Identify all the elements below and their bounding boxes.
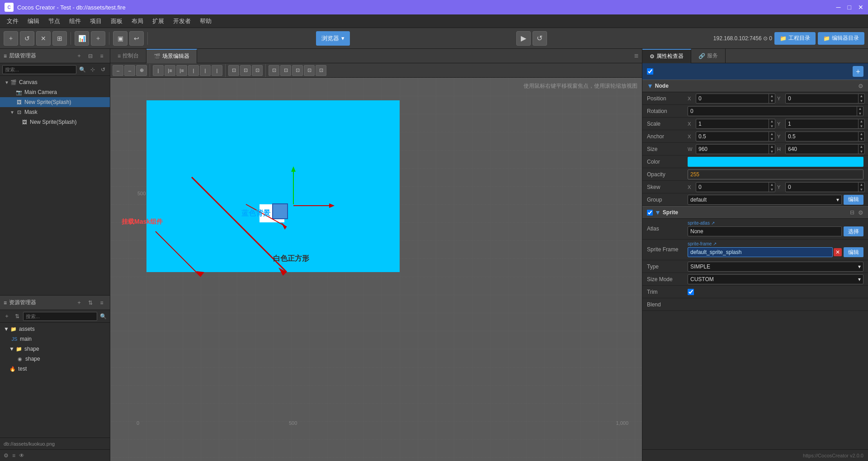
anchor-x-spinner[interactable]: ▲ ▼ — [769, 132, 775, 141]
scale-y-up[interactable]: ▲ — [859, 119, 864, 124]
atlas-link[interactable]: sprite-atlas ↗ — [688, 221, 842, 226]
menu-help[interactable]: 帮助 — [195, 14, 216, 28]
atlas-select-button[interactable]: 选择 — [844, 226, 863, 236]
skew-x-up[interactable]: ▲ — [769, 182, 775, 187]
scene-tool4[interactable]: | — [188, 65, 199, 76]
size-h-up[interactable]: ▲ — [859, 144, 864, 149]
browser-button[interactable]: 浏览器 ▾ — [316, 31, 350, 46]
sprite-section-gear[interactable]: ⚙ — [858, 209, 863, 216]
anchor-x-input[interactable]: ▲ ▼ — [696, 132, 775, 141]
hierarchy-refresh-icon[interactable]: ↺ — [99, 65, 108, 74]
scale-x-up[interactable]: ▲ — [769, 119, 775, 124]
menu-developer[interactable]: 开发者 — [169, 14, 195, 28]
scale-x-down[interactable]: ▼ — [769, 124, 775, 129]
rotate-button[interactable]: ↩ — [129, 31, 144, 46]
zoom-50-btn[interactable]: – — [124, 65, 135, 76]
hierarchy-settings-btn[interactable]: ⊟ — [86, 52, 95, 61]
anchor-x-field[interactable] — [696, 132, 769, 141]
scene-tool1[interactable]: | — [153, 65, 164, 76]
pos-x-down[interactable]: ▼ — [769, 99, 775, 103]
tree-item-newsprite-splash[interactable]: 🖼 New Sprite(Splash) — [0, 97, 110, 107]
scene-align4[interactable]: ⊡ — [269, 65, 279, 76]
anchor-y-down[interactable]: ▼ — [859, 136, 864, 141]
menu-component[interactable]: 组件 — [65, 14, 85, 28]
close-button[interactable]: ✕ — [858, 4, 863, 11]
skew-x-down[interactable]: ▼ — [769, 187, 775, 192]
hierarchy-filter-icon[interactable]: ⊹ — [88, 65, 97, 74]
scale-y-field[interactable] — [786, 119, 858, 128]
asset-item-assets[interactable]: ▼ 📁 assets — [0, 324, 110, 334]
type-dropdown[interactable]: SIMPLE ▾ — [688, 262, 863, 272]
sprite-frame-input[interactable]: default_sprite_splash — [688, 247, 833, 257]
scale-y-input[interactable]: ▲ ▼ — [785, 119, 865, 129]
node-section-gear[interactable]: ⚙ — [858, 83, 863, 89]
pos-x-spinner[interactable]: ▲ ▼ — [769, 94, 775, 103]
window-controls[interactable]: ─ □ ✕ — [836, 4, 863, 11]
pos-y-up[interactable]: ▲ — [859, 94, 864, 99]
minimize-button[interactable]: ─ — [836, 4, 841, 11]
color-swatch[interactable] — [688, 157, 863, 167]
hierarchy-search-input[interactable] — [2, 65, 76, 74]
sprite-frame-link[interactable]: sprite-frame ↗ — [688, 241, 842, 246]
size-w-field[interactable] — [696, 145, 769, 154]
sprite-active-checkbox[interactable] — [647, 210, 653, 216]
zoom-out-btn[interactable]: – — [113, 65, 123, 76]
menu-layout[interactable]: 布局 — [127, 14, 148, 28]
editor-dir-button[interactable]: 📁 编辑器目录 — [818, 32, 864, 45]
rot-down[interactable]: ▼ — [857, 111, 863, 116]
size-h-spinner[interactable]: ▲ ▼ — [858, 144, 864, 154]
assets-more-btn[interactable]: ≡ — [97, 298, 106, 307]
anchor-x-up[interactable]: ▲ — [769, 132, 775, 136]
node-toggle[interactable]: ▼ — [647, 82, 653, 89]
atlas-input[interactable]: None — [688, 226, 842, 236]
anchor-y-spinner[interactable]: ▲ ▼ — [858, 132, 864, 141]
redo-button[interactable]: ✕ — [36, 31, 51, 46]
anchor-y-input[interactable]: ▲ ▼ — [785, 132, 865, 141]
bottom-list-icon[interactable]: ≡ — [12, 452, 15, 459]
size-h-down[interactable]: ▼ — [859, 149, 864, 154]
anchor-x-down[interactable]: ▼ — [769, 136, 775, 141]
asset-item-test[interactable]: 🔥 test — [0, 364, 110, 374]
rect-button[interactable]: ▣ — [113, 31, 127, 46]
pos-y-field[interactable] — [786, 94, 858, 103]
position-x-input[interactable]: ▲ ▼ — [696, 94, 775, 103]
size-h-field[interactable] — [786, 145, 858, 154]
grid-button[interactable]: ⊞ — [52, 31, 67, 46]
assets-sort2-btn[interactable]: ⇅ — [13, 312, 22, 321]
scene-align2[interactable]: ⊡ — [240, 65, 251, 76]
asset-item-main[interactable]: JS main — [0, 334, 110, 344]
group-dropdown[interactable]: default ▾ — [688, 195, 842, 205]
tree-item-maincamera[interactable]: 📷 Main Camera — [0, 87, 110, 97]
scale-y-down[interactable]: ▼ — [859, 124, 864, 129]
project-dir-button[interactable]: 📁 工程目录 — [774, 32, 816, 45]
rot-up[interactable]: ▲ — [857, 106, 863, 111]
sprite-copy-icon[interactable]: ⊟ — [850, 209, 854, 216]
assets-add-btn[interactable]: ＋ — [75, 298, 84, 307]
sprite-frame-remove-button[interactable]: ✕ — [834, 248, 842, 256]
menu-extension[interactable]: 扩展 — [148, 14, 169, 28]
scene-tool3[interactable]: |≡ — [176, 65, 187, 76]
scene-area[interactable]: 使用鼠标右键平移视窗焦点，使用滚轮缩放视图 — [110, 78, 642, 461]
assets-sort-btn[interactable]: ⇅ — [86, 298, 95, 307]
assets-search-btn[interactable]: 🔍 — [99, 312, 108, 321]
tab-services[interactable]: 🔗 服务 — [691, 49, 726, 63]
tree-item-canvas[interactable]: ▼ 🎬 Canvas — [0, 77, 110, 87]
scene-align8[interactable]: ⊡ — [316, 65, 326, 76]
menu-file[interactable]: 文件 — [2, 14, 23, 28]
skew-y-field[interactable] — [786, 183, 858, 192]
skew-y-up[interactable]: ▲ — [859, 182, 864, 187]
hierarchy-add-btn[interactable]: ＋ — [75, 52, 84, 61]
play-button[interactable]: ▶ — [516, 31, 531, 46]
menu-project[interactable]: 项目 — [85, 14, 106, 28]
pos-y-spinner[interactable]: ▲ ▼ — [858, 94, 864, 103]
scene-tool6[interactable]: | — [212, 65, 222, 76]
undo-button[interactable]: ↺ — [20, 31, 34, 46]
scale-y-spinner[interactable]: ▲ ▼ — [858, 119, 864, 129]
refresh-button[interactable]: ↺ — [533, 31, 547, 46]
scene-tool5[interactable]: | — [200, 65, 211, 76]
skew-x-input[interactable]: ▲ ▼ — [696, 182, 775, 192]
assets-add2-btn[interactable]: ＋ — [2, 312, 11, 321]
scene-align3[interactable]: ⊡ — [252, 65, 263, 76]
tree-item-mask-sprite[interactable]: 🖼 New Sprite(Splash) — [0, 117, 110, 127]
tab-inspector[interactable]: ⚙ 属性检查器 — [642, 49, 691, 63]
